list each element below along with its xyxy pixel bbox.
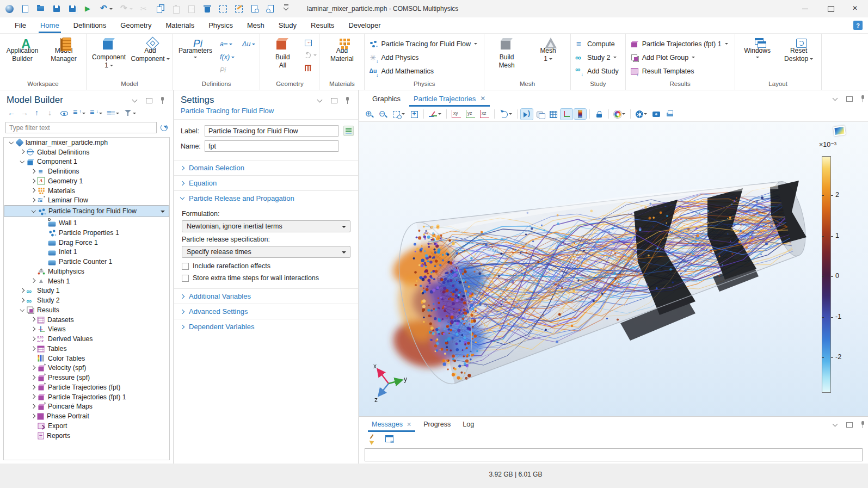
tab-log[interactable]: Log [457, 417, 480, 432]
collapse-panel-icon[interactable] [316, 96, 324, 104]
tree-item-particle-trajectories-fpt-[interactable]: *Particle Trajectories (fpt) [4, 382, 169, 392]
tree-expander[interactable] [7, 142, 15, 144]
build-mesh-button[interactable]: BuildMesh [487, 35, 527, 71]
tree-item-poincar-maps[interactable]: *Poincaré Maps [4, 402, 169, 412]
physics-interface-selector[interactable]: Particle Tracing for Fluid Flow [367, 37, 482, 51]
rarefaction-checkbox[interactable]: Include rarefaction effects [182, 262, 350, 270]
model-tree-node-text-button[interactable] [106, 108, 120, 119]
tree-item-materials[interactable]: Materials [4, 186, 169, 196]
component-1-button[interactable]: Component1 [89, 35, 129, 71]
refresh-icon[interactable] [160, 123, 169, 132]
name-field[interactable] [205, 140, 338, 152]
mesh-1-button[interactable]: Mesh1 [528, 35, 568, 65]
tree-expander[interactable] [18, 310, 26, 311]
section-dependent-variables[interactable]: Dependent Variables [174, 319, 358, 334]
tree-expander[interactable] [29, 280, 37, 282]
update-geometry-button[interactable] [304, 50, 317, 60]
tab-progress[interactable]: Progress [417, 417, 457, 432]
reset-desktop-button[interactable]: ResetDesktop [779, 35, 819, 65]
collapse-panel-icon[interactable] [831, 94, 840, 103]
paste-button[interactable] [170, 3, 181, 14]
section-particle-release-and-propagation[interactable]: Particle Release and Propagation [174, 190, 358, 206]
virtual-operations-button[interactable] [304, 63, 317, 72]
close-tab-icon[interactable]: ✕ [480, 95, 485, 102]
tree-item-laminar-mixer-particle-mph[interactable]: laminar_mixer_particle.mph [4, 138, 169, 147]
float-panel-icon[interactable] [329, 96, 338, 104]
section-equation[interactable]: Equation [174, 175, 358, 190]
tree-item-wall-1[interactable]: Wall 1 [4, 218, 169, 228]
show-options-button[interactable] [59, 108, 70, 119]
tree-expander[interactable] [29, 367, 37, 369]
tab-messages[interactable]: Messages✕ [366, 417, 417, 432]
tree-item-phase-portrait[interactable]: Phase Portrait [4, 411, 169, 421]
minimize-button[interactable] [793, 0, 818, 17]
float-panel-icon[interactable] [845, 94, 853, 103]
tree-item-particle-tracing-for-fluid-flow[interactable]: Particle Tracing for Fluid Flow [4, 205, 169, 217]
tree-item-mesh-1[interactable]: Mesh 1 [4, 276, 169, 286]
view-yz-button[interactable]: yz [464, 109, 477, 119]
plot-group-selector[interactable]: Particle Trajectories (fpt) 1 [628, 37, 732, 51]
tree-item-laminar-flow[interactable]: Laminar Flow [4, 196, 169, 206]
wall-timesteps-checkbox[interactable]: Store extra time steps for wall interact… [182, 274, 350, 282]
collapse-panel-icon[interactable] [131, 96, 139, 104]
pin-panel-icon[interactable] [858, 420, 867, 429]
pin-panel-icon[interactable] [343, 96, 352, 104]
move-up-button[interactable] [33, 108, 44, 119]
float-panel-icon[interactable] [845, 420, 853, 429]
result-templates-button[interactable]: Result Templates [628, 64, 732, 78]
delete-button[interactable] [202, 3, 213, 14]
filter-tree-button[interactable] [122, 108, 137, 119]
tree-expander[interactable] [29, 338, 37, 341]
tree-item-particle-properties-1[interactable]: Particle Properties 1 [4, 228, 169, 238]
tree-item-reports[interactable]: Reports [4, 431, 169, 441]
tree-expander[interactable] [18, 161, 26, 163]
rotate-view-button[interactable] [498, 109, 514, 120]
tree-item-particle-trajectories-fpt-1[interactable]: Particle Trajectories (fpt) 1 [4, 392, 169, 402]
tree-item-multiphysics[interactable]: Multiphysics [4, 267, 169, 276]
open-messages-window-button[interactable] [383, 433, 395, 444]
tree-item-inlet-1[interactable]: Inlet 1 [4, 248, 169, 257]
parameters-button[interactable]: Parameters [175, 35, 216, 61]
pin-panel-icon[interactable] [858, 94, 867, 103]
add-study-button[interactable]: Add Study [573, 64, 623, 78]
clear-selection-button[interactable] [233, 3, 244, 14]
menu-tab-developer[interactable]: Developer [341, 17, 387, 33]
parameter-case-button[interactable]: Pi [220, 64, 235, 76]
graphics-viewport[interactable]: ×10⁻³ 210-1-2 x y z [359, 122, 868, 416]
tree-expander[interactable] [29, 180, 37, 183]
rename-icon-button[interactable] [343, 126, 354, 136]
lock-view-button[interactable] [593, 109, 605, 120]
find-in-model-button[interactable] [265, 3, 276, 14]
tree-item-datasets[interactable]: Datasets [4, 315, 169, 325]
add-plot-group-button[interactable]: Add Plot Group [628, 51, 732, 64]
duplicate-button[interactable] [186, 3, 197, 14]
float-panel-icon[interactable] [144, 96, 153, 104]
label-field[interactable] [205, 125, 338, 137]
tree-filter-input[interactable] [5, 122, 157, 133]
section-domain-selection[interactable]: Domain Selection [174, 160, 358, 175]
view-xz-button[interactable]: xz [478, 109, 491, 119]
plot-thumbnail-icon[interactable] [833, 126, 846, 137]
windows-button[interactable]: Windows [737, 35, 778, 61]
import-button[interactable] [304, 38, 317, 47]
tree-expander[interactable] [29, 376, 37, 379]
add-component-button[interactable]: AddComponent [130, 35, 170, 65]
menu-tab-results[interactable]: Results [304, 17, 341, 33]
undo-button[interactable] [99, 3, 114, 14]
tree-expander[interactable] [29, 405, 37, 408]
zoom-box-button[interactable] [391, 109, 407, 120]
formulation-select[interactable]: Newtonian, ignore inertial terms [182, 220, 350, 232]
tree-item-component-1[interactable]: Component 1 [4, 157, 169, 167]
menu-tab-home[interactable]: Home [33, 17, 66, 33]
nonlocal-couplings-button[interactable]: Δu [242, 38, 255, 50]
tree-item-views[interactable]: Views [4, 325, 169, 335]
tree-item-results[interactable]: Results [4, 305, 169, 315]
build-all-button[interactable]: BuildAll [262, 35, 303, 71]
tree-expander[interactable] [29, 415, 37, 418]
tree-expander[interactable] [18, 289, 26, 292]
tree-expander[interactable] [29, 199, 37, 202]
zoom-out-button[interactable] [377, 109, 389, 120]
redo-button[interactable] [119, 3, 134, 14]
show-color-legend-button[interactable] [574, 109, 586, 119]
messages-output[interactable] [365, 448, 863, 461]
